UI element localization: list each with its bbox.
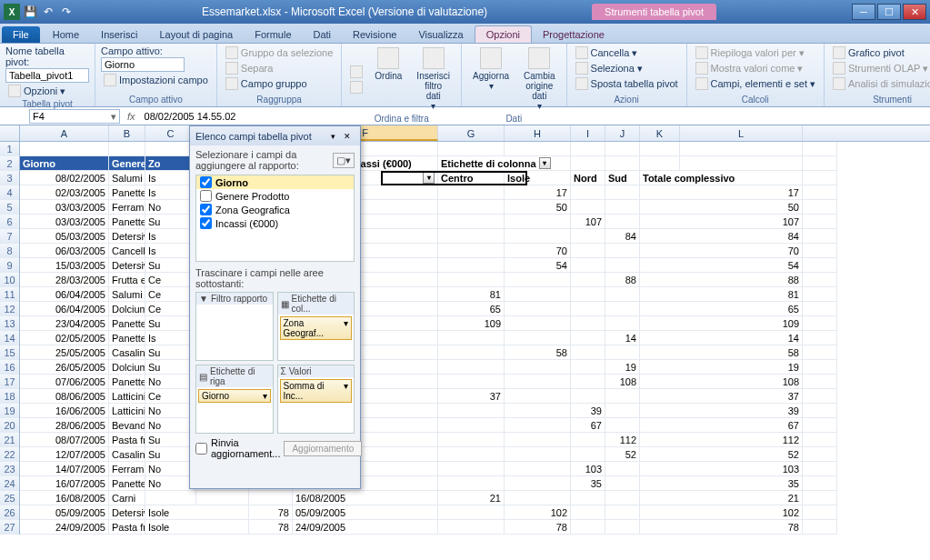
cell[interactable] xyxy=(438,418,505,433)
cell[interactable] xyxy=(571,258,605,273)
cell[interactable] xyxy=(505,389,571,404)
row-header-9[interactable]: 9 xyxy=(0,258,20,273)
cell[interactable]: 52 xyxy=(605,447,640,462)
cell[interactable] xyxy=(505,404,571,418)
cell[interactable] xyxy=(505,302,571,316)
cell[interactable] xyxy=(438,258,505,273)
cell[interactable] xyxy=(803,447,837,462)
cell[interactable] xyxy=(145,491,196,505)
cell[interactable]: 88 xyxy=(640,273,803,287)
row-header-16[interactable]: 16 xyxy=(0,360,20,375)
cell[interactable] xyxy=(803,156,837,171)
whatif-button[interactable]: Analisi di simulazione ▾ xyxy=(830,76,930,91)
undo-icon[interactable]: ↶ xyxy=(40,4,56,20)
restore-button[interactable]: ☐ xyxy=(877,4,901,20)
cell[interactable]: Panetteria xyxy=(109,331,145,345)
cell[interactable]: 109 xyxy=(640,316,803,331)
cell[interactable] xyxy=(605,156,640,171)
name-box[interactable]: F4 xyxy=(29,109,120,124)
cell[interactable] xyxy=(803,215,837,229)
cell[interactable]: 05/09/2005 xyxy=(20,505,109,520)
field-incassi-000-[interactable]: Incassi (€000) xyxy=(196,216,354,230)
cell[interactable]: 67 xyxy=(640,418,803,433)
cell[interactable]: 25/05/2005 xyxy=(20,345,109,360)
dropdown-icon[interactable]: ▾ xyxy=(423,172,435,184)
field-checkbox[interactable] xyxy=(200,190,212,202)
cell[interactable]: 78 xyxy=(249,505,293,520)
row-header-5[interactable]: 5 xyxy=(0,200,20,215)
summarize-button[interactable]: Riepiloga valori per ▾ xyxy=(693,45,818,60)
col-header-L[interactable]: L xyxy=(680,125,803,141)
cell[interactable] xyxy=(438,244,505,258)
fieldlist-layout-button[interactable]: ▢▾ xyxy=(333,153,355,168)
row-header-7[interactable]: 7 xyxy=(0,229,20,244)
cell[interactable] xyxy=(571,345,605,360)
fieldlist-close-button[interactable]: ✕ xyxy=(340,129,355,143)
cell[interactable] xyxy=(438,375,505,389)
cell[interactable]: 17 xyxy=(505,185,571,200)
sort-az-button[interactable] xyxy=(347,65,365,79)
cell[interactable] xyxy=(803,316,837,331)
cell[interactable]: 24/09/2005 xyxy=(20,520,109,535)
cell[interactable]: 21 xyxy=(640,491,803,505)
ungroup-button[interactable]: Separa xyxy=(223,61,336,75)
cell[interactable]: Etichette di colonna▾ xyxy=(438,156,571,171)
cell[interactable]: 50 xyxy=(505,200,571,215)
cell[interactable]: 08/06/2005 xyxy=(20,389,109,404)
row-header-22[interactable]: 22 xyxy=(0,447,20,462)
col-header-I[interactable]: I xyxy=(571,125,605,141)
row-header-4[interactable]: 4 xyxy=(0,185,20,200)
cell[interactable]: Panetteria xyxy=(109,316,145,331)
cell[interactable]: 88 xyxy=(605,273,640,287)
cell[interactable] xyxy=(571,389,605,404)
cell[interactable] xyxy=(803,273,837,287)
cell[interactable]: 39 xyxy=(640,404,803,418)
cell[interactable] xyxy=(505,433,571,447)
row-header-23[interactable]: 23 xyxy=(0,462,20,476)
cell[interactable]: Pasta fresca xyxy=(109,520,145,535)
cell[interactable]: Isole xyxy=(145,520,249,535)
row-header-1[interactable]: 1 xyxy=(0,142,20,156)
cell[interactable]: 03/03/2005 xyxy=(20,200,109,215)
cell[interactable] xyxy=(505,229,571,244)
tab-options[interactable]: Opzioni xyxy=(475,25,532,43)
cell[interactable]: Centro xyxy=(438,171,505,185)
cell[interactable] xyxy=(438,462,505,476)
formula-value[interactable]: 08/02/2005 14.55.02 xyxy=(141,111,930,122)
cell[interactable] xyxy=(605,142,640,156)
field-zona-geografica[interactable]: Zona Geografica xyxy=(196,203,354,216)
col-header-J[interactable]: J xyxy=(605,125,640,141)
cell[interactable]: 14 xyxy=(605,331,640,345)
cell[interactable]: 06/04/2005 xyxy=(20,287,109,302)
cell[interactable] xyxy=(571,316,605,331)
cell[interactable]: 14/07/2005 xyxy=(20,462,109,476)
cell[interactable] xyxy=(438,447,505,462)
cell[interactable] xyxy=(20,142,109,156)
tab-view[interactable]: Visualizza xyxy=(407,26,474,43)
cell[interactable]: 70 xyxy=(505,244,571,258)
row-field-giorno[interactable]: Giorno▾ xyxy=(198,389,271,403)
tab-home[interactable]: Home xyxy=(42,26,90,43)
cell[interactable]: 108 xyxy=(640,375,803,389)
cell[interactable] xyxy=(640,142,680,156)
row-header-3[interactable]: 3 xyxy=(0,171,20,185)
tab-data[interactable]: Dati xyxy=(303,26,343,43)
row-header-13[interactable]: 13 xyxy=(0,316,20,331)
cell[interactable]: Nord xyxy=(571,171,605,185)
cell[interactable]: 84 xyxy=(640,229,803,244)
cell[interactable] xyxy=(605,505,640,520)
cell[interactable]: 05/09/2005 xyxy=(293,505,438,520)
cell[interactable] xyxy=(605,316,640,331)
row-header-26[interactable]: 26 xyxy=(0,505,20,520)
cell[interactable] xyxy=(438,476,505,491)
cell[interactable]: 65 xyxy=(640,302,803,316)
cell[interactable]: 19 xyxy=(640,360,803,375)
insert-slicer-button[interactable]: Inserisci filtro dati ▾ xyxy=(411,45,455,113)
cell[interactable]: Genere Prodotto xyxy=(109,156,145,171)
cell[interactable] xyxy=(803,418,837,433)
tab-insert[interactable]: Inserisci xyxy=(90,26,148,43)
cell[interactable]: 81 xyxy=(640,287,803,302)
cell[interactable] xyxy=(803,375,837,389)
cell[interactable] xyxy=(803,345,837,360)
options-button[interactable]: Opzioni ▾ xyxy=(5,84,89,98)
